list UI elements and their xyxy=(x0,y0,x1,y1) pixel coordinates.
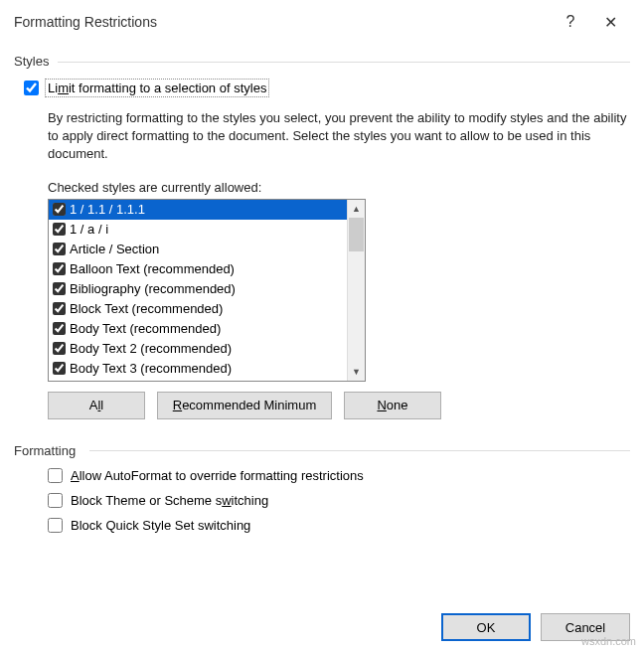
list-item-checkbox[interactable] xyxy=(53,362,66,375)
list-item-checkbox[interactable] xyxy=(53,262,66,275)
list-item-label: Bibliography (recommended) xyxy=(70,281,236,296)
list-item-checkbox[interactable] xyxy=(53,282,66,295)
scroll-track[interactable] xyxy=(348,218,365,363)
window-title: Formatting Restrictions xyxy=(14,14,551,30)
list-item[interactable]: Article / Section xyxy=(49,240,347,259)
list-item[interactable]: Bibliography (recommended) xyxy=(49,279,347,299)
list-item-label: Body Text 3 (recommended) xyxy=(70,361,232,376)
recommended-minimum-label: Recommended Minimum xyxy=(173,398,317,412)
block-quick-style-checkbox[interactable] xyxy=(48,518,63,533)
list-item-label: 1 / a / i xyxy=(70,222,108,237)
allow-autoformat-checkbox[interactable] xyxy=(48,468,63,483)
formatting-options: Allow AutoFormat to override formatting … xyxy=(48,468,630,533)
limit-formatting-checkbox-row[interactable]: Limit formatting to a selection of style… xyxy=(24,81,630,95)
list-item[interactable]: 1 / a / i xyxy=(49,220,347,240)
dialog-content: Styles Limit formatting to a selection o… xyxy=(0,54,644,543)
group-label-formatting: Formatting xyxy=(14,443,630,458)
limit-formatting-label: Limit formatting to a selection of style… xyxy=(47,81,267,95)
list-item[interactable]: Balloon Text (recommended) xyxy=(49,259,347,279)
list-item-checkbox[interactable] xyxy=(53,342,66,355)
ok-button-label: OK xyxy=(477,620,496,635)
list-item[interactable]: Body Text (recommended) xyxy=(49,319,347,339)
selection-buttons: All Recommended Minimum None xyxy=(48,392,630,419)
block-quick-style-row[interactable]: Block Quick Style Set switching xyxy=(48,518,630,533)
recommended-minimum-button[interactable]: Recommended Minimum xyxy=(157,392,332,419)
restriction-description: By restricting formatting to the styles … xyxy=(48,109,630,164)
list-item[interactable]: Body Text 2 (recommended) xyxy=(49,339,347,359)
scroll-thumb[interactable] xyxy=(349,218,364,251)
block-quick-style-label: Block Quick Style Set switching xyxy=(71,518,250,533)
list-item-label: Article / Section xyxy=(70,242,159,256)
list-item-checkbox[interactable] xyxy=(53,302,66,315)
cancel-button-label: Cancel xyxy=(565,620,605,635)
close-button[interactable]: ✕ xyxy=(590,13,630,32)
none-button[interactable]: None xyxy=(344,392,441,419)
watermark: wsxdn.com xyxy=(581,635,636,647)
list-item[interactable]: Body Text 3 (recommended) xyxy=(49,359,347,379)
none-button-label: None xyxy=(377,398,407,412)
list-item-checkbox[interactable] xyxy=(53,223,66,236)
list-item-label: Body Text 2 (recommended) xyxy=(70,341,232,356)
block-theme-row[interactable]: Block Theme or Scheme switching xyxy=(48,493,630,508)
list-label: Checked styles are currently allowed: xyxy=(48,180,630,195)
scroll-up-icon[interactable]: ▲ xyxy=(348,200,365,218)
block-theme-checkbox[interactable] xyxy=(48,493,63,508)
list-item-checkbox[interactable] xyxy=(53,203,66,216)
list-item[interactable]: 1 / 1.1 / 1.1.1 xyxy=(49,200,347,220)
styles-listbox[interactable]: 1 / 1.1 / 1.1.11 / a / iArticle / Sectio… xyxy=(48,199,366,382)
allow-autoformat-label: Allow AutoFormat to override formatting … xyxy=(71,468,364,483)
allow-autoformat-row[interactable]: Allow AutoFormat to override formatting … xyxy=(48,468,630,483)
group-label-styles: Styles xyxy=(14,54,630,69)
scroll-down-icon[interactable]: ▼ xyxy=(348,363,365,381)
list-item-label: Block Text (recommended) xyxy=(70,301,223,316)
list-item-checkbox[interactable] xyxy=(53,243,66,255)
help-button[interactable]: ? xyxy=(551,13,590,31)
list-item[interactable]: Block Text (recommended) xyxy=(49,299,347,319)
limit-formatting-checkbox[interactable] xyxy=(24,81,39,95)
all-button-label: All xyxy=(89,398,103,412)
list-item-label: Body Text (recommended) xyxy=(70,321,221,336)
list-item-label: 1 / 1.1 / 1.1.1 xyxy=(70,202,145,217)
scrollbar[interactable]: ▲ ▼ xyxy=(347,200,365,381)
all-button[interactable]: All xyxy=(48,392,145,419)
ok-button[interactable]: OK xyxy=(441,613,531,641)
block-theme-label: Block Theme or Scheme switching xyxy=(71,493,268,508)
list-item-checkbox[interactable] xyxy=(53,322,66,335)
titlebar: Formatting Restrictions ? ✕ xyxy=(0,0,644,40)
list-item-label: Balloon Text (recommended) xyxy=(70,261,235,276)
